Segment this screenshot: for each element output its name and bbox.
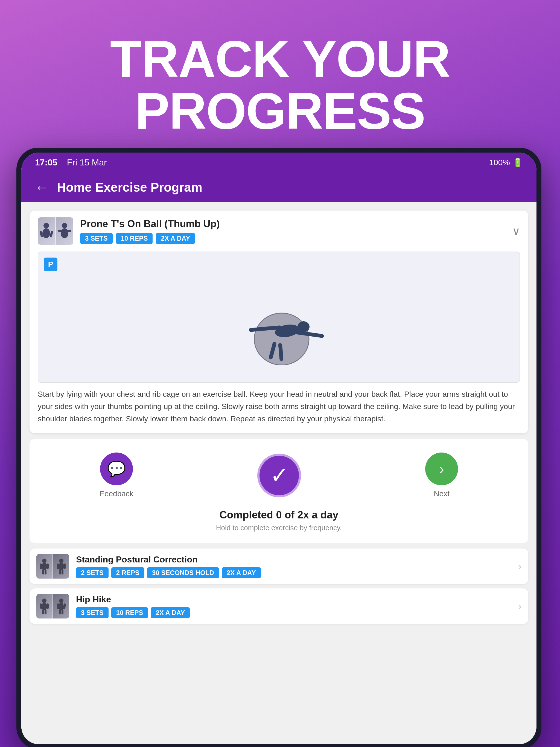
- completion-info: Completed 0 of 2x a day Hold to complete…: [38, 509, 520, 532]
- action-buttons: 💬 Feedback ✓ ›: [38, 453, 520, 498]
- thumb-half-left: [38, 217, 55, 245]
- list-tag-freq-2: 2X A DAY: [151, 607, 190, 618]
- exercise-info: Prone T's On Ball (Thumb Up) 3 SETS 10 R…: [80, 218, 505, 244]
- svg-rect-36: [57, 603, 59, 609]
- feedback-label: Feedback: [100, 489, 133, 498]
- list-tag-hold-1: 30 SECONDS HOLD: [147, 567, 219, 578]
- list-thumb-2: [36, 594, 69, 618]
- svg-rect-24: [57, 564, 59, 569]
- feedback-container: 💬 Feedback: [100, 453, 133, 498]
- status-right: 100% 🔋: [489, 158, 523, 168]
- list-thumb-half-2b: [53, 594, 70, 618]
- list-info-2: Hip Hike 3 SETS 10 REPS 2X A DAY: [76, 594, 511, 618]
- list-tag-freq-1: 2X A DAY: [222, 567, 261, 578]
- svg-point-1: [42, 228, 50, 238]
- list-tag-sets-1: 2 SETS: [76, 567, 108, 578]
- list-tag-sets-2: 3 SETS: [76, 607, 108, 618]
- svg-point-22: [59, 559, 63, 563]
- svg-rect-32: [42, 610, 44, 614]
- list-tag-reps-2: 10 REPS: [111, 607, 148, 618]
- list-tag-reps-1: 2 REPS: [111, 567, 144, 578]
- svg-rect-17: [42, 563, 47, 570]
- next-container: › Next: [425, 453, 458, 498]
- tag-sets: 3 SETS: [80, 233, 113, 244]
- svg-rect-31: [47, 603, 49, 609]
- svg-rect-18: [40, 564, 42, 569]
- next-button[interactable]: ›: [425, 453, 458, 485]
- svg-rect-33: [45, 610, 47, 614]
- complete-button[interactable]: ✓: [257, 454, 301, 497]
- svg-rect-27: [61, 570, 63, 574]
- svg-rect-25: [63, 564, 66, 569]
- svg-rect-37: [63, 603, 66, 609]
- list-name-1: Standing Postural Correction: [76, 555, 511, 565]
- list-chevron-1: ›: [518, 560, 521, 572]
- list-tags-1: 2 SETS 2 REPS 30 SECONDS HOLD 2X A DAY: [76, 567, 511, 578]
- list-item-2[interactable]: Hip Hike 3 SETS 10 REPS 2X A DAY ›: [29, 588, 528, 624]
- completion-title: Completed 0 of 2x a day: [38, 509, 520, 521]
- svg-rect-26: [59, 570, 61, 574]
- svg-point-11: [298, 321, 309, 332]
- svg-rect-38: [59, 610, 61, 614]
- video-container[interactable]: P: [38, 252, 520, 383]
- video-watermark: P: [44, 258, 57, 271]
- status-bar: 17:05 Fri 15 Mar 100% 🔋: [21, 153, 536, 172]
- exercise-header: Prone T's On Ball (Thumb Up) 3 SETS 10 R…: [29, 210, 528, 252]
- exercise-card: Prone T's On Ball (Thumb Up) 3 SETS 10 R…: [29, 210, 528, 433]
- svg-point-16: [42, 559, 47, 563]
- svg-point-0: [44, 223, 49, 228]
- svg-rect-23: [59, 563, 63, 570]
- feedback-icon: 💬: [107, 460, 126, 478]
- status-date: Fri 15 Mar: [67, 157, 107, 168]
- exercise-description: Start by lying with your chest and rib c…: [29, 388, 528, 433]
- svg-point-5: [61, 228, 68, 238]
- status-time: 17:05: [35, 157, 57, 168]
- next-icon: ›: [439, 460, 444, 478]
- completion-subtitle: Hold to complete exercise by frequency.: [38, 524, 520, 532]
- list-thumb-half-1a: [36, 554, 52, 578]
- svg-rect-20: [42, 570, 44, 574]
- exercise-illustration: [38, 252, 519, 382]
- tag-frequency: 2X A DAY: [156, 233, 195, 244]
- tag-reps: 10 REPS: [116, 233, 153, 244]
- back-button[interactable]: ←: [35, 179, 49, 195]
- svg-point-28: [42, 598, 47, 603]
- feedback-button[interactable]: 💬: [100, 453, 133, 485]
- action-section: 💬 Feedback ✓ ›: [29, 439, 528, 543]
- list-name-2: Hip Hike: [76, 594, 511, 604]
- exercise-tags: 3 SETS 10 REPS 2X A DAY: [80, 233, 505, 244]
- svg-rect-30: [40, 603, 43, 609]
- thumb-half-right: [56, 217, 73, 245]
- svg-point-4: [62, 223, 67, 228]
- svg-rect-3: [50, 231, 53, 237]
- list-tags-2: 3 SETS 10 REPS 2X A DAY: [76, 607, 511, 618]
- list-chevron-2: ›: [518, 600, 521, 613]
- expand-chevron[interactable]: ∨: [512, 225, 520, 237]
- next-label: Next: [434, 489, 450, 498]
- svg-rect-35: [59, 603, 63, 610]
- header-title: Home Exercise Program: [57, 180, 202, 195]
- complete-container: ✓: [257, 454, 301, 497]
- app-header: ← Home Exercise Program: [21, 172, 536, 202]
- tablet-frame: 17:05 Fri 15 Mar 100% 🔋 ← Home Exercise …: [17, 148, 541, 747]
- battery-icon: 🔋: [513, 158, 523, 168]
- svg-rect-21: [45, 570, 47, 574]
- svg-rect-39: [61, 610, 63, 614]
- list-info-1: Standing Postural Correction 2 SETS 2 RE…: [76, 555, 511, 578]
- svg-point-34: [59, 598, 63, 603]
- check-icon: ✓: [270, 463, 288, 488]
- promo-title: TRACK YOUR PROGRESS: [22, 33, 538, 137]
- exercise-name: Prone T's On Ball (Thumb Up): [80, 218, 505, 230]
- battery-percentage: 100%: [489, 158, 510, 167]
- svg-rect-29: [42, 603, 47, 610]
- list-thumb-1: [36, 554, 69, 578]
- svg-rect-19: [47, 564, 49, 569]
- tablet-screen: 17:05 Fri 15 Mar 100% 🔋 ← Home Exercise …: [21, 153, 536, 744]
- main-content: Prone T's On Ball (Thumb Up) 3 SETS 10 R…: [21, 202, 536, 744]
- exercise-thumbnail: [38, 217, 73, 245]
- exercise-svg: [210, 269, 347, 365]
- list-thumb-half-1b: [53, 554, 70, 578]
- list-thumb-half-2a: [36, 594, 52, 618]
- list-item-1[interactable]: Standing Postural Correction 2 SETS 2 RE…: [29, 548, 528, 584]
